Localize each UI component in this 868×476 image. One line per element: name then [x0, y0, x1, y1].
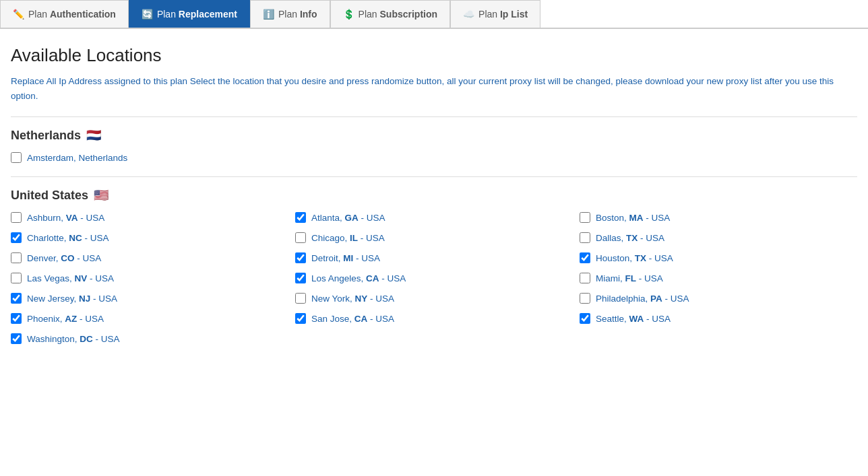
- location-item-miami: Miami, FL - USA: [580, 273, 857, 283]
- location-item-sanjose: San Jose, CA - USA: [295, 313, 573, 324]
- location-item-newjersey: New Jersey, NJ - USA: [11, 293, 288, 304]
- checkbox-newjersey[interactable]: [11, 293, 22, 304]
- usa-section: United States 🇺🇸 Ashburn, VA - USAAtlant…: [11, 188, 857, 344]
- location-item-dallas: Dallas, TX - USA: [580, 232, 857, 243]
- tab-info[interactable]: ℹ️Plan Info: [250, 0, 330, 28]
- checkbox-washington[interactable]: [11, 333, 22, 344]
- label-chicago[interactable]: Chicago, IL - USA: [311, 233, 385, 243]
- usa-flag: 🇺🇸: [94, 188, 108, 203]
- checkbox-philadelphia[interactable]: [580, 293, 590, 304]
- checkbox-losangeles[interactable]: [295, 273, 306, 283]
- checkbox-sanjose[interactable]: [295, 313, 306, 324]
- label-detroit[interactable]: Detroit, MI - USA: [311, 253, 380, 263]
- usa-title: United States 🇺🇸: [11, 188, 857, 203]
- tab-iplist[interactable]: ☁️Plan Ip List: [450, 0, 540, 28]
- label-houston[interactable]: Houston, TX - USA: [596, 253, 673, 263]
- checkbox-seattle[interactable]: [580, 313, 590, 324]
- label-seattle[interactable]: Seattle, WA - USA: [596, 314, 671, 324]
- label-lasvegas[interactable]: Las Vegas, NV - USA: [27, 273, 114, 283]
- iplist-icon: ☁️: [463, 9, 474, 20]
- netherlands-locations: Amsterdam, Netherlands: [11, 152, 240, 163]
- location-item-washington: Washington, DC - USA: [11, 333, 288, 344]
- info-icon: ℹ️: [263, 9, 274, 20]
- location-item-seattle: Seattle, WA - USA: [580, 313, 857, 324]
- divider-netherlands-top: [11, 116, 857, 117]
- label-philadelphia[interactable]: Philadelphia, PA - USA: [596, 294, 689, 304]
- location-item-lasvegas: Las Vegas, NV - USA: [11, 273, 288, 283]
- location-item-phoenix: Phoenix, AZ - USA: [11, 313, 288, 324]
- label-newyork[interactable]: New York, NY - USA: [311, 294, 394, 304]
- checkbox-charlotte[interactable]: [11, 232, 22, 243]
- label-newjersey[interactable]: New Jersey, NJ - USA: [27, 294, 117, 304]
- location-item-boston: Boston, MA - USA: [580, 212, 857, 223]
- label-atlanta[interactable]: Atlanta, GA - USA: [311, 213, 385, 223]
- usa-locations: Ashburn, VA - USAAtlanta, GA - USABoston…: [11, 212, 857, 344]
- label-charlotte[interactable]: Charlotte, NC - USA: [27, 233, 109, 243]
- location-item-denver: Denver, CO - USA: [11, 252, 288, 263]
- page-description: Replace All Ip Address assigned to this …: [11, 74, 857, 103]
- netherlands-flag: 🇳🇱: [86, 128, 101, 143]
- netherlands-section: Netherlands 🇳🇱 Amsterdam, Netherlands: [11, 128, 857, 163]
- location-item-newyork: New York, NY - USA: [295, 293, 573, 304]
- location-item-philadelphia: Philadelphia, PA - USA: [580, 293, 857, 304]
- label-phoenix[interactable]: Phoenix, AZ - USA: [27, 314, 104, 324]
- authentication-icon: ✏️: [13, 9, 24, 20]
- checkbox-newyork[interactable]: [295, 293, 306, 304]
- location-item-charlotte: Charlotte, NC - USA: [11, 232, 288, 243]
- location-item-losangeles: Los Angeles, CA - USA: [295, 273, 573, 283]
- location-item-detroit: Detroit, MI - USA: [295, 252, 573, 263]
- usa-label: United States: [11, 189, 88, 203]
- location-item-houston: Houston, TX - USA: [580, 252, 857, 263]
- location-item-atlanta: Atlanta, GA - USA: [295, 212, 573, 223]
- divider-usa-top: [11, 176, 857, 177]
- location-item-ashburn: Ashburn, VA - USA: [11, 212, 288, 223]
- tab-replacement-label: Plan Replacement: [157, 9, 237, 20]
- location-item-chicago: Chicago, IL - USA: [295, 232, 573, 243]
- checkbox-boston[interactable]: [580, 212, 590, 223]
- netherlands-title: Netherlands 🇳🇱: [11, 128, 857, 143]
- label-sanjose[interactable]: San Jose, CA - USA: [311, 314, 394, 324]
- netherlands-label: Netherlands: [11, 129, 81, 143]
- tab-iplist-label: Plan Ip List: [478, 9, 528, 20]
- checkbox-amsterdam[interactable]: [11, 152, 22, 163]
- checkbox-dallas[interactable]: [580, 232, 590, 243]
- label-losangeles[interactable]: Los Angeles, CA - USA: [311, 273, 406, 283]
- label-dallas[interactable]: Dallas, TX - USA: [596, 233, 664, 243]
- label-denver[interactable]: Denver, CO - USA: [27, 253, 101, 263]
- checkbox-miami[interactable]: [580, 273, 590, 283]
- label-washington[interactable]: Washington, DC - USA: [27, 334, 120, 344]
- subscription-icon: 💲: [343, 9, 354, 20]
- checkbox-detroit[interactable]: [295, 252, 306, 263]
- label-amsterdam[interactable]: Amsterdam, Netherlands: [27, 153, 127, 163]
- label-boston[interactable]: Boston, MA - USA: [596, 213, 670, 223]
- checkbox-atlanta[interactable]: [295, 212, 306, 223]
- tab-info-label: Plan Info: [278, 9, 317, 20]
- checkbox-ashburn[interactable]: [11, 212, 22, 223]
- label-ashburn[interactable]: Ashburn, VA - USA: [27, 213, 104, 223]
- checkbox-denver[interactable]: [11, 252, 22, 263]
- tab-subscription-label: Plan Subscription: [359, 9, 437, 20]
- checkbox-houston[interactable]: [580, 252, 590, 263]
- label-miami[interactable]: Miami, FL - USA: [596, 273, 663, 283]
- page-title: Available Locations: [11, 45, 857, 66]
- checkbox-phoenix[interactable]: [11, 313, 22, 324]
- tab-authentication[interactable]: ✏️Plan Authentication: [0, 0, 129, 28]
- replacement-icon: 🔄: [142, 9, 153, 20]
- tab-replacement[interactable]: 🔄Plan Replacement: [129, 0, 250, 28]
- checkbox-lasvegas[interactable]: [11, 273, 22, 283]
- tab-subscription[interactable]: 💲Plan Subscription: [330, 0, 450, 28]
- location-item-amsterdam: Amsterdam, Netherlands: [11, 152, 240, 163]
- checkbox-chicago[interactable]: [295, 232, 306, 243]
- tab-bar: ✏️Plan Authentication🔄Plan Replacementℹ️…: [0, 0, 868, 29]
- tab-authentication-label: Plan Authentication: [28, 9, 116, 20]
